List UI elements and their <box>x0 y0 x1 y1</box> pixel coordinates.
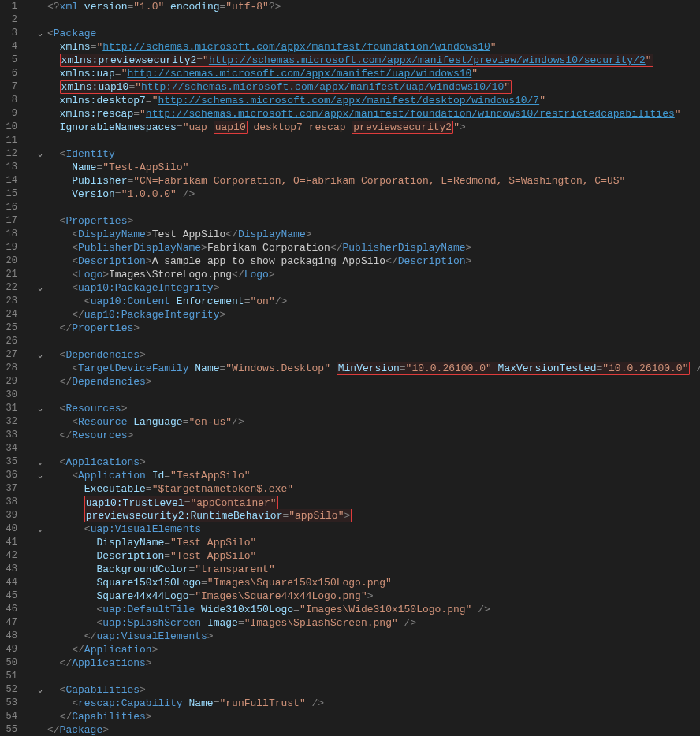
code-line[interactable]: BackgroundColor="transparent" <box>47 563 700 576</box>
fold-chevron-icon <box>33 616 47 630</box>
fold-chevron-icon <box>33 697 47 710</box>
fold-chevron-icon[interactable]: ⌄ <box>33 683 47 697</box>
code-line[interactable]: </Resources> <box>47 429 700 442</box>
line-number: 32 <box>0 415 24 429</box>
code-line[interactable]: </Properties> <box>47 322 700 335</box>
code-area[interactable]: <?xml version="1.0" encoding="utf-8"?><P… <box>47 0 700 736</box>
fold-chevron-icon[interactable]: ⌄ <box>33 402 47 415</box>
code-editor[interactable]: 1234567891011121314151617181920212223242… <box>0 0 700 736</box>
code-line[interactable]: <uap10:PackageIntegrity> <box>47 281 700 295</box>
code-line[interactable]: </Application> <box>47 643 700 656</box>
code-line[interactable]: <Description>A sample app to show packag… <box>47 255 700 268</box>
code-line[interactable]: <DisplayName>Test AppSilo</DisplayName> <box>47 228 700 241</box>
code-line[interactable]: uap10:TrustLevel="appContainer" <box>47 496 700 509</box>
code-line[interactable]: Square150x150Logo="Images\Square150x150L… <box>47 576 700 589</box>
code-line[interactable]: <Properties> <box>47 214 700 228</box>
code-line[interactable]: <?xml version="1.0" encoding="utf-8"?> <box>47 0 700 13</box>
code-line[interactable]: xmlns:uap="http://schemas.microsoft.com/… <box>47 67 700 80</box>
line-number: 23 <box>0 295 24 308</box>
code-line[interactable]: </Applications> <box>47 656 700 670</box>
code-line[interactable]: <uap10:Content Enforcement="on"/> <box>47 295 700 308</box>
code-line[interactable]: <Application Id="TestAppSilo" <box>47 469 700 482</box>
highlight-box: uap10:TrustLevel="appContainer" <box>84 496 278 509</box>
fold-chevron-icon <box>33 375 47 388</box>
fold-chevron-icon[interactable]: ⌄ <box>33 281 47 295</box>
fold-chevron-icon <box>33 322 47 335</box>
code-line[interactable]: <Logo>Images\StoreLogo.png</Logo> <box>47 268 700 281</box>
code-line[interactable]: <uap:DefaultTile Wide310x150Logo="Images… <box>47 603 700 616</box>
line-number: 54 <box>0 710 24 723</box>
line-number: 7 <box>0 80 24 94</box>
fold-chevron-icon[interactable]: ⌄ <box>33 348 47 362</box>
code-line[interactable] <box>47 13 700 27</box>
code-line[interactable]: <Resources> <box>47 402 700 415</box>
code-line[interactable] <box>47 670 700 683</box>
code-line[interactable]: <Identity <box>47 147 700 161</box>
line-number: 11 <box>0 134 24 147</box>
code-line[interactable] <box>47 335 700 348</box>
code-line[interactable] <box>47 388 700 402</box>
fold-chevron-icon <box>33 174 47 188</box>
code-line[interactable]: <TargetDeviceFamily Name="Windows.Deskto… <box>47 362 700 375</box>
line-number: 24 <box>0 308 24 322</box>
code-line[interactable]: <uap:VisualElements <box>47 522 700 536</box>
code-line[interactable]: Version="1.0.0.0" /> <box>47 188 700 201</box>
code-line[interactable]: xmlns="http://schemas.microsoft.com/appx… <box>47 40 700 54</box>
code-line[interactable]: <rescap:Capability Name="runFullTrust" /… <box>47 697 700 710</box>
code-line[interactable]: Description="Test AppSilo" <box>47 549 700 563</box>
code-line[interactable]: <Resource Language="en-us"/> <box>47 415 700 429</box>
code-line[interactable]: <Dependencies> <box>47 348 700 362</box>
line-number: 31 <box>0 402 24 415</box>
line-number: 17 <box>0 214 24 228</box>
code-line[interactable] <box>47 201 700 214</box>
code-line[interactable]: xmlns:rescap="http://schemas.microsoft.c… <box>47 107 700 121</box>
code-line[interactable]: DisplayName="Test AppSilo" <box>47 536 700 549</box>
line-number: 33 <box>0 429 24 442</box>
line-number: 2 <box>0 13 24 27</box>
code-line[interactable]: <Capabilities> <box>47 683 700 697</box>
fold-chevron-icon[interactable]: ⌄ <box>33 455 47 469</box>
fold-chevron-icon <box>33 496 47 509</box>
code-line[interactable]: previewsecurity2:RuntimeBehavior="appSil… <box>47 509 700 522</box>
highlight-box: MinVersion="10.0.26100.0" MaxVersionTest… <box>337 362 691 375</box>
code-line[interactable]: <Package <box>47 27 700 40</box>
fold-chevron-icon <box>33 121 47 134</box>
fold-chevron-icon <box>33 308 47 322</box>
code-line[interactable]: Name="Test-AppSilo" <box>47 161 700 174</box>
code-line[interactable]: <uap:SplashScreen Image="Images\SplashSc… <box>47 616 700 630</box>
fold-chevron-icon[interactable]: ⌄ <box>33 469 47 482</box>
line-number: 55 <box>0 723 24 736</box>
code-line[interactable]: <Applications> <box>47 455 700 469</box>
fold-chevron-icon <box>33 335 47 348</box>
code-line[interactable]: IgnorableNamespaces="uap uap10 desktop7 … <box>47 121 700 134</box>
code-line[interactable]: </Capabilities> <box>47 710 700 723</box>
code-line[interactable]: xmlns:uap10="http://schemas.microsoft.co… <box>47 80 700 94</box>
code-line[interactable]: </uap10:PackageIntegrity> <box>47 308 700 322</box>
code-line[interactable]: <PublisherDisplayName>Fabrikam Corporati… <box>47 241 700 255</box>
fold-chevron-icon <box>33 603 47 616</box>
code-line[interactable]: </Dependencies> <box>47 375 700 388</box>
line-number: 43 <box>0 563 24 576</box>
code-line[interactable]: Square44x44Logo="Images\Square44x44Logo.… <box>47 589 700 603</box>
fold-gutter[interactable]: ⌄⌄⌄⌄⌄⌄⌄⌄⌄ <box>33 0 47 736</box>
code-line[interactable] <box>47 134 700 147</box>
fold-chevron-icon[interactable]: ⌄ <box>33 522 47 536</box>
fold-chevron-icon <box>33 710 47 723</box>
line-number: 20 <box>0 255 24 268</box>
line-number: 37 <box>0 482 24 496</box>
code-line[interactable] <box>47 442 700 455</box>
fold-chevron-icon[interactable]: ⌄ <box>33 27 47 40</box>
fold-chevron-icon <box>33 188 47 201</box>
fold-chevron-icon[interactable]: ⌄ <box>33 147 47 161</box>
line-number: 9 <box>0 107 24 121</box>
code-line[interactable]: xmlns:previewsecurity2="http://schemas.m… <box>47 54 700 67</box>
line-number: 29 <box>0 375 24 388</box>
fold-chevron-icon <box>33 228 47 241</box>
fold-chevron-icon <box>33 643 47 656</box>
code-line[interactable]: </Package> <box>47 723 700 736</box>
code-line[interactable]: Publisher="CN=Fabrikam Corporation, O=Fa… <box>47 174 700 188</box>
code-line[interactable]: Executable="$targetnametoken$.exe" <box>47 482 700 496</box>
code-line[interactable]: xmlns:desktop7="http://schemas.microsoft… <box>47 94 700 107</box>
line-number: 26 <box>0 335 24 348</box>
code-line[interactable]: </uap:VisualElements> <box>47 630 700 643</box>
